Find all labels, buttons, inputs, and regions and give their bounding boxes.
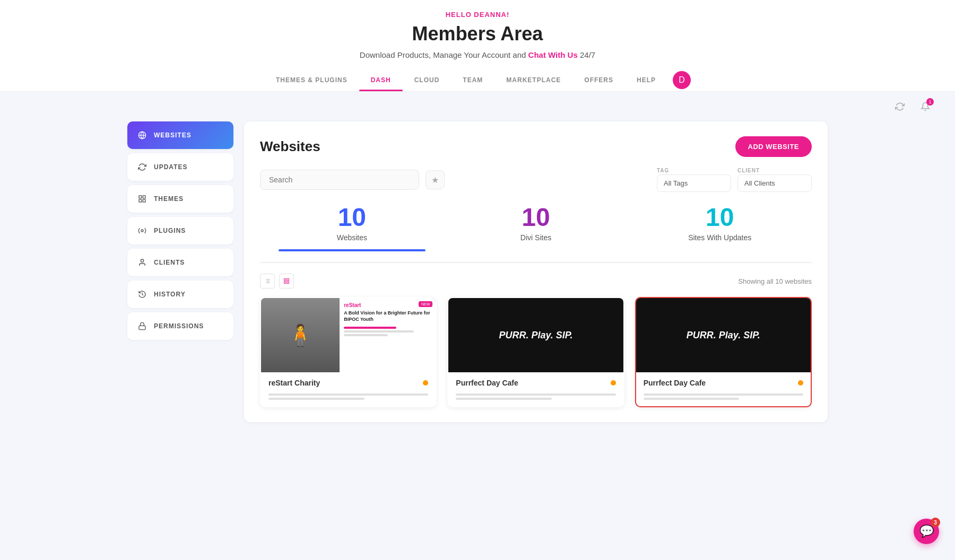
refresh-button[interactable] [891, 98, 908, 115]
chat-bubble[interactable]: 💬 3 [914, 519, 939, 544]
card-info-purrfect2: Purrfect Day Cafe [636, 372, 811, 393]
sidebar: WEBSITES UPDATES THEMES [127, 121, 233, 422]
user-avatar[interactable]: D [673, 71, 691, 89]
updates-icon [137, 162, 147, 172]
plugins-icon [137, 225, 147, 236]
client-filter-wrap: CLIENT All Clients [737, 168, 812, 192]
svg-point-7 [141, 259, 143, 262]
card-bars-purrfect1 [448, 393, 623, 406]
svg-rect-18 [287, 282, 289, 284]
tag-label: TAG [657, 168, 731, 173]
card-status-dot-restart [423, 380, 428, 386]
grid-view-button[interactable] [279, 274, 294, 288]
add-website-button[interactable]: ADD WEBSITE [735, 136, 812, 157]
nav-item-team[interactable]: TEAM [451, 69, 494, 91]
sidebar-item-themes[interactable]: THEMES [127, 185, 233, 213]
sidebar-item-clients[interactable]: CLIENTS [127, 249, 233, 276]
card-info-restart: reStart Charity [261, 372, 436, 393]
search-input[interactable] [260, 170, 419, 190]
globe-icon [137, 130, 147, 141]
main-content: WEBSITES UPDATES THEMES [106, 121, 849, 443]
svg-rect-5 [139, 199, 142, 202]
stat-divi-number: 10 [444, 205, 628, 230]
sidebar-item-permissions[interactable]: PERMISSIONS [127, 312, 233, 340]
subtitle-suffix: 24/7 [580, 50, 595, 59]
svg-rect-4 [143, 199, 145, 202]
list-view-button[interactable] [260, 274, 275, 288]
stats-row: 10 Websites 10 Divi Sites 10 Sites With … [260, 205, 812, 263]
chat-badge: 3 [931, 518, 940, 527]
website-card-purrfect1[interactable]: PURR. Play. SIP. Purrfect Day Cafe [447, 297, 624, 407]
filter-group: TAG All Tags CLIENT All Clients [657, 168, 812, 192]
stat-websites: 10 Websites [260, 205, 444, 251]
card-status-dot-purrfect2 [798, 380, 803, 386]
sidebar-item-websites[interactable]: WEBSITES [127, 121, 233, 149]
nav-item-marketplace[interactable]: MARKETPLACE [494, 69, 572, 91]
page-title: Members Area [0, 23, 955, 45]
card-info-purrfect1: Purrfect Day Cafe [448, 372, 623, 393]
svg-rect-2 [139, 196, 142, 198]
nav-item-help[interactable]: HELP [625, 69, 667, 91]
grid-view-icon [283, 278, 290, 284]
nav-item-dash[interactable]: DASH [359, 69, 403, 91]
website-card-restart[interactable]: 🧍 reStart A Bold Vision for a Brighter F… [260, 297, 437, 407]
stat-websites-number: 10 [260, 205, 444, 230]
sidebar-item-plugins[interactable]: PLUGINS [127, 217, 233, 244]
page-header: HELLO DEANNA! Members Area Download Prod… [0, 0, 955, 92]
favourites-button[interactable]: ★ [426, 170, 445, 189]
notifications-button[interactable]: 1 [917, 98, 934, 115]
stat-updates-number: 10 [628, 205, 812, 230]
chat-link[interactable]: Chat With Us [528, 50, 578, 59]
refresh-icon [895, 102, 905, 111]
nav-item-cloud[interactable]: CLOUD [403, 69, 452, 91]
showing-text: Showing all 10 websites [738, 277, 812, 285]
subtitle: Download Products, Manage Your Account a… [0, 50, 955, 59]
permissions-icon [137, 321, 147, 331]
svg-rect-17 [284, 282, 286, 284]
svg-point-6 [141, 230, 143, 232]
sidebar-item-permissions-label: PERMISSIONS [154, 322, 204, 330]
sidebar-item-updates-label: UPDATES [154, 163, 187, 171]
card-name-purrfect1: Purrfect Day Cafe [456, 379, 518, 387]
filter-row: ★ TAG All Tags CLIENT All Clients [260, 168, 812, 192]
stat-updates-label: Sites With Updates [628, 233, 812, 242]
card-status-dot-purrfect1 [611, 380, 616, 386]
main-nav: THEMES & PLUGINS DASH CLOUD TEAM MARKETP… [0, 69, 955, 91]
card-thumbnail-purrfect2: PURR. Play. SIP. [636, 298, 811, 372]
sidebar-item-history-label: HISTORY [154, 291, 186, 298]
history-icon [137, 289, 147, 300]
card-bars-restart [261, 393, 436, 406]
tag-select[interactable]: All Tags [657, 174, 731, 192]
nav-item-themes-plugins[interactable]: THEMES & PLUGINS [264, 69, 359, 91]
dash-title: Websites [260, 138, 320, 155]
sidebar-item-clients-label: CLIENTS [154, 259, 185, 266]
client-label: CLIENT [737, 168, 812, 173]
dash-header: Websites ADD WEBSITE [260, 136, 812, 157]
restart-content: reStart A Bold Vision for a Brighter Fut… [340, 298, 436, 372]
svg-rect-15 [284, 279, 286, 281]
card-name-restart: reStart Charity [268, 379, 320, 387]
stat-divi: 10 Divi Sites [444, 205, 628, 251]
sidebar-item-websites-label: WEBSITES [154, 132, 192, 139]
grid-controls: Showing all 10 websites [260, 274, 812, 288]
card-thumbnail-purrfect1: PURR. Play. SIP. [448, 298, 623, 372]
svg-rect-16 [287, 279, 289, 281]
themes-icon [137, 194, 147, 204]
card-bars-purrfect2 [636, 393, 811, 406]
sidebar-item-themes-label: THEMES [154, 195, 184, 203]
star-icon: ★ [431, 175, 439, 185]
stat-divi-label: Divi Sites [444, 233, 628, 242]
clients-icon [137, 257, 147, 268]
tag-filter-wrap: TAG All Tags [657, 168, 731, 192]
client-select[interactable]: All Clients [737, 174, 812, 192]
toolbar: 1 [0, 92, 955, 121]
svg-rect-8 [139, 326, 145, 329]
nav-item-offers[interactable]: OFFERS [572, 69, 625, 91]
card-name-purrfect2: Purrfect Day Cafe [644, 379, 706, 387]
view-toggle [260, 274, 294, 288]
sidebar-item-history[interactable]: HISTORY [127, 281, 233, 308]
websites-grid: 🧍 reStart A Bold Vision for a Brighter F… [260, 297, 812, 407]
sidebar-item-plugins-label: PLUGINS [154, 227, 186, 234]
sidebar-item-updates[interactable]: UPDATES [127, 153, 233, 181]
website-card-purrfect2[interactable]: PURR. Play. SIP. Purrfect Day Cafe [635, 297, 812, 407]
